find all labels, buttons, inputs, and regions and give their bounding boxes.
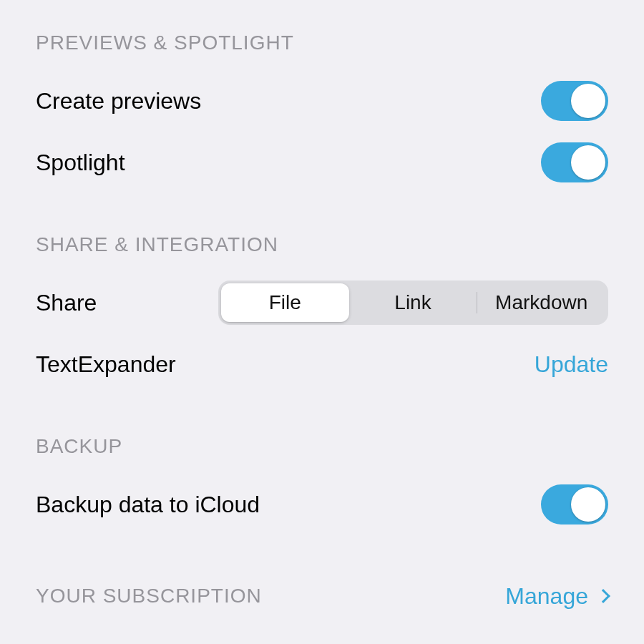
toggle-create-previews[interactable]: [541, 81, 608, 121]
label-create-previews: Create previews: [36, 88, 201, 114]
row-share: Share File Link Markdown: [36, 278, 608, 328]
row-create-previews: Create previews: [36, 76, 608, 126]
segmented-option-markdown[interactable]: Markdown: [477, 283, 605, 322]
segmented-option-link[interactable]: Link: [349, 283, 477, 322]
toggle-spotlight[interactable]: [541, 142, 608, 182]
row-backup-icloud: Backup data to iCloud: [36, 479, 608, 530]
toggle-knob: [571, 84, 605, 118]
chevron-right-icon: [596, 589, 610, 603]
section-header-backup: Backup: [36, 435, 608, 458]
toggle-backup-icloud[interactable]: [541, 484, 608, 525]
toggle-knob: [571, 145, 605, 180]
label-spotlight: Spotlight: [36, 150, 125, 176]
update-textexpander-button[interactable]: Update: [535, 351, 608, 378]
section-header-share: Share & Integration: [36, 233, 608, 256]
label-backup-icloud: Backup data to iCloud: [36, 492, 260, 518]
manage-label: Manage: [505, 583, 588, 610]
manage-subscription-button[interactable]: Manage: [505, 583, 608, 610]
section-header-previews: Previews & Spotlight: [36, 31, 608, 54]
segmented-option-file[interactable]: File: [221, 283, 349, 322]
section-header-subscription: Your Subscription: [36, 585, 262, 608]
label-textexpander: TextExpander: [36, 351, 176, 378]
settings-screen: Previews & Spotlight Create previews Spo…: [0, 0, 644, 644]
toggle-knob: [571, 487, 605, 522]
row-textexpander: TextExpander Update: [36, 339, 608, 389]
segmented-share: File Link Markdown: [218, 280, 608, 325]
label-share: Share: [36, 290, 97, 316]
row-subscription: Your Subscription Manage: [36, 571, 608, 621]
row-spotlight: Spotlight: [36, 137, 608, 187]
